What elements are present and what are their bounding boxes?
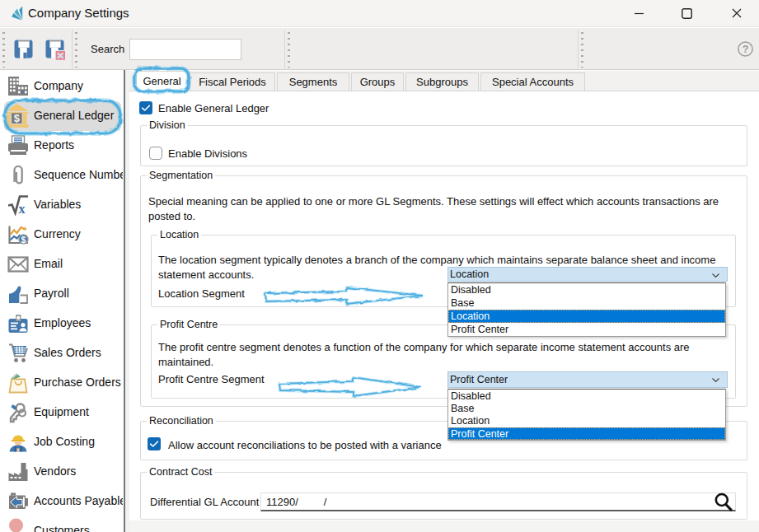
svg-text:?: ? [743, 44, 749, 55]
svg-text:$: $ [21, 235, 26, 245]
svg-text:$: $ [14, 112, 21, 124]
svg-text:x: x [19, 202, 26, 216]
